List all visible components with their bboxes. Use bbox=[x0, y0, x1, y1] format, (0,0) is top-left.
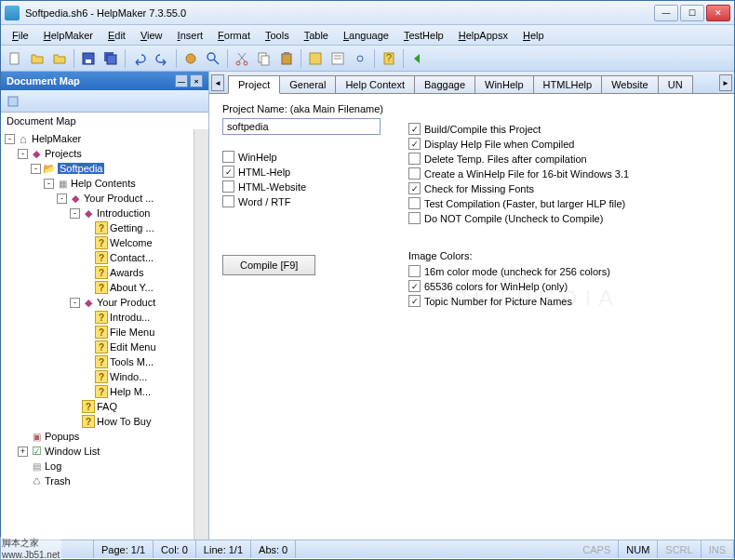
option-check[interactable]: Create a WinHelp File for 16-bit Windows… bbox=[408, 167, 721, 180]
menu-testhelp[interactable]: TestHelp bbox=[398, 28, 449, 43]
tab-un[interactable]: UN bbox=[658, 75, 693, 93]
menu-view[interactable]: View bbox=[135, 28, 168, 43]
minimize-button[interactable]: — bbox=[654, 5, 678, 21]
maximize-button[interactable]: ☐ bbox=[680, 5, 704, 21]
option-check[interactable]: Build/Compile this Project bbox=[408, 123, 721, 135]
tree-item[interactable]: ?About Y... bbox=[3, 281, 207, 294]
menu-help[interactable]: Help bbox=[517, 28, 550, 43]
sidebar-close-icon[interactable]: × bbox=[190, 74, 203, 87]
new-icon[interactable] bbox=[5, 48, 25, 69]
checkbox-icon[interactable] bbox=[408, 197, 421, 209]
tree-item[interactable]: ?Windo... bbox=[3, 370, 207, 383]
tab-website[interactable]: Website bbox=[601, 75, 659, 93]
tree-expand-icon[interactable]: - bbox=[44, 179, 54, 189]
option-check[interactable]: Do NOT Compile (Uncheck to Compile) bbox=[408, 212, 721, 224]
sidebar-minimize-icon[interactable]: — bbox=[175, 74, 188, 87]
checkbox-icon[interactable] bbox=[408, 167, 421, 180]
tab-project[interactable]: Project bbox=[228, 75, 280, 94]
checkbox-icon[interactable] bbox=[408, 295, 421, 307]
option-check[interactable]: Test Compilation (Faster, but larger HLP… bbox=[408, 197, 721, 209]
checkbox-icon[interactable] bbox=[408, 138, 421, 150]
tab-scroll-left-icon[interactable]: ◄ bbox=[211, 74, 224, 91]
format-check[interactable]: WinHelp bbox=[222, 151, 390, 163]
tree-item[interactable]: ?Introdu... bbox=[3, 311, 207, 324]
tree-expand-icon[interactable]: - bbox=[57, 193, 67, 204]
tab-winhelp[interactable]: WinHelp bbox=[474, 75, 534, 93]
link-icon[interactable] bbox=[350, 48, 370, 69]
document-tree[interactable]: -HelpMaker-Projects-Softpedia-Help Conte… bbox=[1, 129, 208, 540]
color-check[interactable]: 65536 colors for WinHelp (only) bbox=[408, 280, 721, 292]
checkbox-icon[interactable] bbox=[408, 182, 421, 194]
tab-general[interactable]: General bbox=[279, 75, 336, 93]
tab-help-context[interactable]: Help Context bbox=[335, 75, 415, 93]
menu-file[interactable]: File bbox=[7, 28, 34, 43]
tree-item[interactable]: ?Edit Menu bbox=[3, 340, 207, 353]
open-icon[interactable] bbox=[27, 48, 47, 69]
color-check[interactable]: 16m color mode (uncheck for 256 colors) bbox=[408, 265, 721, 277]
checkbox-icon[interactable] bbox=[408, 265, 421, 277]
tree-item[interactable]: -Softpedia bbox=[3, 162, 207, 175]
option-check[interactable]: Display Help File when Compiled bbox=[408, 138, 721, 150]
tree-item[interactable]: Popups bbox=[3, 430, 207, 443]
undo-icon[interactable] bbox=[129, 48, 150, 69]
open2-icon[interactable] bbox=[49, 48, 70, 69]
color-check[interactable]: Topic Number for Picture Names bbox=[408, 295, 721, 307]
checkbox-icon[interactable] bbox=[408, 123, 421, 135]
tree-item[interactable]: -HelpMaker bbox=[3, 132, 207, 145]
menu-helpappsx[interactable]: HelpAppsx bbox=[453, 28, 514, 43]
tree-expand-icon[interactable]: + bbox=[18, 447, 28, 457]
menu-insert[interactable]: Insert bbox=[172, 28, 209, 43]
tree-item[interactable]: ?Help M... bbox=[3, 385, 207, 398]
checkbox-icon[interactable] bbox=[222, 151, 234, 163]
redo-icon[interactable] bbox=[152, 48, 172, 69]
tree-expand-icon[interactable]: - bbox=[5, 134, 15, 144]
tree-item[interactable]: -Your Product ... bbox=[3, 192, 207, 205]
menu-edit[interactable]: Edit bbox=[102, 28, 131, 43]
tree-expand-icon[interactable]: - bbox=[31, 164, 41, 174]
sidebar-tool-icon[interactable] bbox=[3, 91, 23, 112]
save-icon[interactable] bbox=[78, 48, 99, 69]
checkbox-icon[interactable] bbox=[222, 195, 234, 207]
tree-item[interactable]: -Projects bbox=[3, 147, 207, 160]
option-check[interactable]: Delete Temp. Files after compilation bbox=[408, 153, 721, 165]
project-name-input[interactable] bbox=[222, 118, 381, 135]
format-check[interactable]: HTML-Help bbox=[222, 166, 390, 178]
tree-item[interactable]: -Introduction bbox=[3, 207, 207, 220]
tree-item[interactable]: ?How To Buy bbox=[3, 415, 207, 428]
tree-item[interactable]: ?Getting ... bbox=[3, 221, 207, 234]
checkbox-icon[interactable] bbox=[222, 166, 234, 178]
tree-item[interactable]: ?File Menu bbox=[3, 326, 207, 339]
copy-icon[interactable] bbox=[254, 48, 274, 69]
format-check[interactable]: HTML-Website bbox=[222, 180, 390, 193]
paste-icon[interactable] bbox=[276, 48, 297, 69]
tree-scrollbar[interactable] bbox=[194, 129, 208, 540]
menu-helpmaker[interactable]: HelpMaker bbox=[38, 28, 99, 43]
tab-htmlhelp[interactable]: HTMLHelp bbox=[533, 75, 603, 93]
checkbox-icon[interactable] bbox=[408, 153, 421, 165]
compile-button[interactable]: Compile [F9] bbox=[222, 255, 315, 275]
tree-item[interactable]: ?Contact... bbox=[3, 251, 207, 264]
tree-expand-icon[interactable]: - bbox=[70, 298, 80, 308]
tree-item[interactable]: ?Welcome bbox=[3, 236, 207, 249]
menu-format[interactable]: Format bbox=[212, 28, 256, 43]
compile-icon[interactable] bbox=[305, 48, 326, 69]
menu-table[interactable]: Table bbox=[299, 28, 334, 43]
tree-item[interactable]: +Window List bbox=[3, 445, 207, 458]
tab-scroll-right-icon[interactable]: ► bbox=[719, 74, 732, 91]
checkbox-icon[interactable] bbox=[408, 212, 421, 224]
checkbox-icon[interactable] bbox=[408, 280, 421, 292]
option-check[interactable]: Check for Missing Fonts bbox=[408, 182, 721, 194]
tree-item[interactable]: Trash bbox=[3, 474, 207, 487]
search-icon[interactable] bbox=[203, 48, 223, 69]
tab-baggage[interactable]: Baggage bbox=[414, 75, 475, 93]
menu-language[interactable]: Language bbox=[338, 28, 394, 43]
tree-expand-icon[interactable]: - bbox=[70, 208, 80, 219]
close-button[interactable]: ✕ bbox=[706, 5, 730, 21]
cut-icon[interactable] bbox=[232, 48, 252, 69]
tree-expand-icon[interactable]: - bbox=[18, 149, 28, 159]
help-icon[interactable]: ? bbox=[379, 48, 399, 69]
tree-item[interactable]: ?Awards bbox=[3, 266, 207, 279]
checkbox-icon[interactable] bbox=[222, 180, 234, 193]
saveall-icon[interactable] bbox=[100, 48, 121, 69]
tree-item[interactable]: ?FAQ bbox=[3, 400, 207, 413]
